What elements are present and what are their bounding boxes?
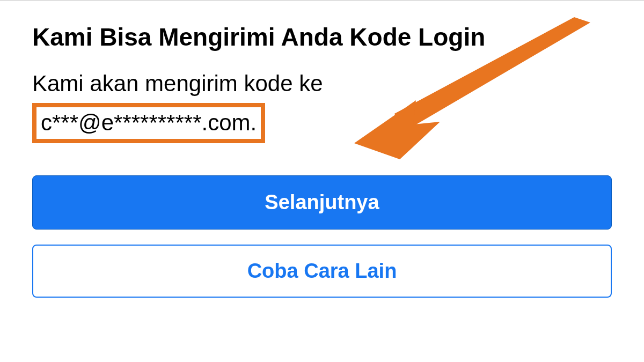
dialog-title: Kami Bisa Mengirimi Anda Kode Login: [32, 23, 612, 52]
dialog-container: Kami Bisa Mengirimi Anda Kode Login Kami…: [0, 1, 644, 319]
try-another-way-button[interactable]: Coba Cara Lain: [32, 245, 612, 298]
next-button[interactable]: Selanjutnya: [32, 175, 612, 230]
masked-email-highlight: c***@e**********.com.: [32, 103, 265, 143]
description-prefix: Kami akan mengirim kode ke: [32, 71, 323, 96]
dialog-description: Kami akan mengirim kode ke c***@e*******…: [32, 68, 612, 143]
